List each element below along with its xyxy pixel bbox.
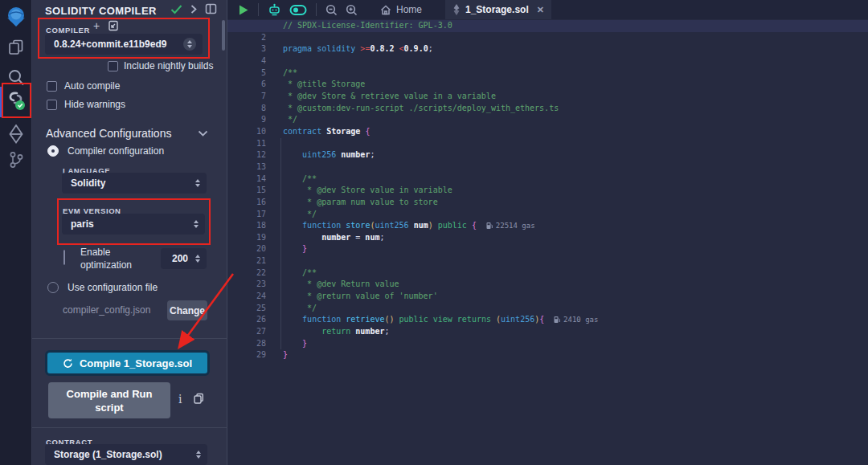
- panel-title: SOLIDITY COMPILER: [45, 3, 157, 18]
- line-number[interactable]: 14: [227, 173, 266, 186]
- code-line[interactable]: /**: [283, 173, 868, 186]
- code-line[interactable]: [283, 55, 868, 67]
- compiler-configuration-radio[interactable]: [47, 145, 59, 157]
- code-line[interactable]: * @dev Return value: [283, 279, 868, 291]
- line-number[interactable]: 2: [227, 32, 266, 44]
- code-line[interactable]: function store(uint256 num) public {: [283, 220, 868, 232]
- evm-version-select[interactable]: paris: [62, 214, 205, 235]
- code-line[interactable]: /**: [283, 267, 868, 279]
- ai-assistant-icon[interactable]: [264, 3, 285, 17]
- line-number[interactable]: 6: [227, 79, 266, 91]
- hide-warnings-checkbox[interactable]: [47, 100, 57, 110]
- updown-stepper-icon[interactable]: [183, 38, 196, 51]
- line-number[interactable]: 17: [227, 209, 266, 221]
- info-icon[interactable]: i: [178, 393, 182, 406]
- code-line[interactable]: number = num;: [283, 232, 868, 244]
- code-line[interactable]: pragma solidity >=0.8.2 <0.9.0;: [283, 43, 868, 55]
- collapse-panel-chevron-icon[interactable]: [190, 4, 198, 14]
- use-configuration-file-row: Use configuration file: [47, 282, 158, 293]
- code-line[interactable]: // SPDX-License-Identifier: GPL-3.0: [227, 20, 868, 32]
- line-number[interactable]: 20: [227, 243, 266, 255]
- copy-icon[interactable]: [193, 393, 204, 405]
- code-line[interactable]: return number;: [283, 326, 868, 338]
- code-line[interactable]: * @dev Store & retrieve value in a varia…: [283, 91, 868, 103]
- tab-home[interactable]: Home: [373, 0, 429, 19]
- line-number[interactable]: 12: [227, 149, 266, 161]
- line-number[interactable]: 22: [227, 267, 266, 279]
- zoom-out-icon[interactable]: [321, 4, 342, 16]
- code-line[interactable]: }: [283, 243, 868, 255]
- close-icon[interactable]: ✕: [537, 5, 544, 15]
- code-line[interactable]: [283, 138, 868, 150]
- line-number[interactable]: 24: [227, 291, 266, 303]
- git-branch-icon[interactable]: [0, 151, 32, 169]
- line-number[interactable]: 16: [227, 197, 266, 209]
- deploy-run-icon[interactable]: [0, 124, 32, 144]
- code-line[interactable]: * @custom:dev-run-script ./scripts/deplo…: [283, 103, 868, 115]
- code-line[interactable]: * @param num value to store: [283, 197, 868, 209]
- run-script-play-icon[interactable]: [234, 4, 253, 16]
- line-number[interactable]: 23: [227, 279, 266, 291]
- enable-optimization-checkbox[interactable]: [63, 251, 65, 265]
- line-number[interactable]: 10: [227, 126, 266, 138]
- compiler-version-select[interactable]: 0.8.24+commit.e11b9ed9: [45, 34, 203, 55]
- code-editor[interactable]: 1234567891011121314151617181920212223242…: [227, 19, 868, 465]
- zoom-in-icon[interactable]: [342, 4, 362, 16]
- code-line[interactable]: * @return value of 'number': [283, 291, 868, 303]
- line-number[interactable]: 3: [227, 43, 266, 55]
- gutter[interactable]: 1234567891011121314151617181920212223242…: [227, 20, 266, 361]
- line-number[interactable]: 19: [227, 232, 266, 244]
- code-line[interactable]: [283, 32, 868, 44]
- line-number[interactable]: 13: [227, 161, 266, 173]
- tab-1-storage-sol[interactable]: 1_Storage.sol ✕: [445, 0, 551, 19]
- code-line[interactable]: */: [283, 114, 868, 126]
- compile-and-run-button[interactable]: Compile and Run script: [48, 382, 170, 418]
- optimization-runs-input[interactable]: 200: [161, 248, 207, 269]
- open-file-icon[interactable]: [108, 20, 119, 31]
- line-number[interactable]: 27: [227, 326, 266, 338]
- file-explorer-icon[interactable]: [0, 39, 32, 56]
- code-line[interactable]: */: [283, 209, 868, 221]
- code-line[interactable]: * @title Storage: [283, 79, 868, 91]
- line-number[interactable]: 29: [227, 349, 266, 361]
- code-line[interactable]: }: [283, 349, 868, 361]
- panel-scrollbar-thumb[interactable]: [222, 20, 225, 51]
- add-custom-compiler-icon[interactable]: +: [93, 19, 100, 32]
- pin-panel-icon[interactable]: [205, 3, 217, 14]
- code-line[interactable]: [283, 255, 868, 267]
- advanced-configurations-title[interactable]: Advanced Configurations: [46, 127, 171, 140]
- line-number[interactable]: 25: [227, 303, 266, 315]
- line-number[interactable]: 4: [227, 55, 266, 67]
- line-number[interactable]: 8: [227, 103, 266, 115]
- solidity-compiler-icon[interactable]: [0, 90, 32, 114]
- auto-compile-checkbox[interactable]: [47, 81, 57, 92]
- code-line[interactable]: }: [283, 338, 868, 350]
- config-file-name[interactable]: compiler_config.json: [63, 304, 150, 316]
- line-number[interactable]: 5: [227, 67, 266, 80]
- line-number[interactable]: 18: [227, 220, 266, 232]
- ai-toggle-icon[interactable]: [285, 4, 311, 16]
- line-number[interactable]: 28: [227, 338, 266, 350]
- code-line[interactable]: /**: [283, 67, 868, 80]
- line-number[interactable]: 21: [227, 255, 266, 267]
- line-number[interactable]: 15: [227, 185, 266, 197]
- language-select[interactable]: Solidity: [62, 173, 207, 194]
- nightly-builds-checkbox[interactable]: [108, 61, 118, 71]
- code-line[interactable]: */: [283, 303, 868, 315]
- search-icon[interactable]: [0, 68, 32, 87]
- use-configuration-file-radio[interactable]: [47, 282, 59, 293]
- line-number[interactable]: 26: [227, 314, 266, 326]
- line-number[interactable]: 9: [227, 114, 266, 126]
- compile-button[interactable]: Compile 1_Storage.sol: [45, 350, 210, 376]
- code-line[interactable]: * @dev Store value in variable: [283, 185, 868, 197]
- contract-select[interactable]: Storage (1_Storage.sol): [45, 444, 207, 465]
- change-config-button[interactable]: Change: [167, 300, 207, 320]
- code-line[interactable]: contract Storage {: [283, 126, 868, 138]
- code-line[interactable]: [283, 161, 868, 173]
- code-line[interactable]: uint256 number;: [283, 149, 868, 161]
- remix-logo[interactable]: [0, 6, 32, 27]
- line-number[interactable]: 7: [227, 91, 266, 103]
- chevron-down-icon[interactable]: [198, 130, 208, 137]
- updown-stepper-icon: [195, 179, 200, 187]
- line-number[interactable]: 11: [227, 138, 266, 150]
